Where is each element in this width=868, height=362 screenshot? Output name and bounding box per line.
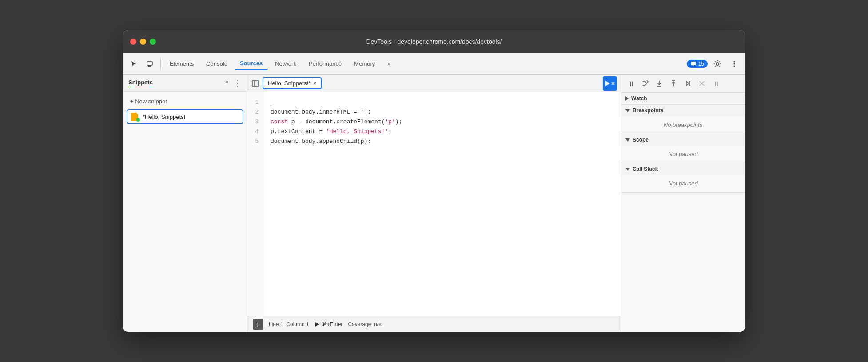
no-breakpoints-text: No breakpoints (664, 122, 702, 128)
breakpoints-header[interactable]: Breakpoints (621, 105, 745, 116)
settings-icon[interactable] (710, 57, 725, 71)
sidebar-toggle-icon[interactable] (249, 77, 262, 90)
new-snippet-button[interactable]: + New snippet (127, 95, 243, 107)
call-stack-body: Not paused (621, 175, 745, 192)
sidebar-content: + New snippet *Hello, Snippets! (123, 92, 247, 128)
titlebar: DevTools - developer.chrome.com/docs/dev… (123, 30, 745, 53)
step-over-button[interactable] (639, 77, 651, 90)
svg-point-5 (734, 65, 735, 67)
watch-expand-icon (625, 96, 629, 101)
tab-performance[interactable]: Performance (303, 58, 347, 70)
code-line-2: document.body.innerHTML = ''; (271, 107, 613, 117)
scope-header[interactable]: Scope (621, 134, 745, 146)
toolbar-separator (160, 59, 161, 69)
main-toolbar: Elements Console Sources Network Perform… (123, 53, 745, 75)
maximize-button[interactable] (150, 39, 156, 45)
line-numbers: 1 2 3 4 5 (247, 92, 263, 316)
call-stack-label: Call Stack (633, 166, 658, 172)
scope-section: Scope Not paused (621, 134, 745, 163)
breakpoints-label: Breakpoints (633, 107, 663, 114)
tab-memory[interactable]: Memory (349, 58, 380, 70)
editor-tab-label: Hello, Snippets!* (268, 80, 311, 87)
svg-point-3 (734, 61, 735, 62)
run-shortcut[interactable]: ⌘+Enter (315, 321, 343, 327)
sidebar-header-icons: » ⋮ (225, 78, 242, 88)
deactivate-breakpoints-button[interactable] (696, 77, 708, 90)
svg-rect-0 (147, 62, 152, 65)
debug-toolbar: ⏸ (621, 75, 745, 93)
editor-tab-close-icon[interactable]: × (313, 80, 316, 87)
main-content: Snippets » ⋮ + New snippet *Hello, Snipp… (123, 75, 745, 332)
pause-button[interactable]: ⏸ (625, 77, 637, 90)
tab-sources[interactable]: Sources (235, 57, 268, 70)
sidebar-title: Snippets (128, 79, 153, 87)
editor-area: Hello, Snippets!* × 1 (247, 75, 621, 332)
editor-tabs: Hello, Snippets!* × (247, 75, 621, 92)
new-snippet-label: + New snippet (130, 98, 167, 105)
svg-rect-1 (148, 66, 151, 67)
code-line-5: document.body.appendChild(p); (271, 137, 613, 146)
code-line-1 (271, 98, 613, 107)
run-shortcut-label: ⌘+Enter (322, 321, 343, 327)
watch-section: Watch (621, 93, 745, 105)
device-toolbar-icon[interactable] (143, 57, 157, 71)
chat-icon (690, 61, 697, 67)
pause-on-exception-button[interactable]: ⏸ (710, 77, 722, 90)
tab-console[interactable]: Console (201, 58, 233, 70)
window-title: DevTools - developer.chrome.com/docs/dev… (366, 38, 502, 45)
code-line-3: const p = document.createElement('p'); (271, 117, 613, 127)
tab-elements[interactable]: Elements (164, 58, 199, 70)
watch-header[interactable]: Watch (621, 93, 745, 104)
code-content[interactable]: document.body.innerHTML = ''; const p = … (263, 92, 621, 316)
svg-rect-6 (252, 81, 259, 86)
snippet-file-icon (131, 113, 139, 121)
traffic-lights (130, 39, 156, 45)
more-options-icon[interactable] (727, 57, 741, 71)
call-stack-section: Call Stack Not paused (621, 163, 745, 193)
editor-tab-hello-snippets[interactable]: Hello, Snippets!* × (263, 77, 322, 89)
toolbar-right: 15 (687, 57, 741, 71)
cursor-tool-icon[interactable] (127, 57, 141, 71)
step-button[interactable] (681, 77, 694, 90)
right-panel: ⏸ (621, 75, 745, 332)
call-stack-header[interactable]: Call Stack (621, 163, 745, 175)
breakpoints-body: No breakpoints (621, 116, 745, 134)
sidebar: Snippets » ⋮ + New snippet *Hello, Snipp… (123, 75, 247, 332)
run-icon (605, 80, 610, 87)
notification-badge[interactable]: 15 (687, 60, 708, 68)
cursor (271, 99, 271, 106)
code-line-4: p.textContent = 'Hello, Snippets!'; (271, 127, 613, 137)
scope-expand-icon (625, 138, 630, 142)
scope-label: Scope (633, 137, 649, 143)
minimize-button[interactable] (140, 39, 146, 45)
coverage-label: Coverage: n/a (348, 321, 381, 327)
sidebar-more-icon[interactable]: » (225, 78, 228, 88)
watch-label: Watch (631, 95, 647, 102)
step-out-button[interactable] (667, 77, 680, 90)
format-button[interactable]: {} (253, 319, 263, 330)
run-snippet-button[interactable] (603, 76, 617, 90)
tab-more[interactable]: » (382, 58, 396, 70)
tab-network[interactable]: Network (270, 58, 302, 70)
editor-statusbar: {} Line 1, Column 1 ⌘+Enter Coverage: n/… (247, 316, 621, 332)
sidebar-header: Snippets » ⋮ (123, 75, 247, 92)
call-stack-status: Not paused (668, 180, 698, 187)
stop-icon (611, 81, 615, 86)
scope-status: Not paused (668, 151, 698, 157)
scope-body: Not paused (621, 146, 745, 163)
cursor-position: Line 1, Column 1 (269, 321, 309, 327)
snippet-item[interactable]: *Hello, Snippets! (127, 109, 243, 124)
notification-count: 15 (698, 61, 704, 67)
svg-point-4 (734, 63, 735, 64)
snippet-name: *Hello, Snippets! (143, 114, 185, 120)
sidebar-menu-icon[interactable]: ⋮ (234, 78, 242, 88)
call-stack-expand-icon (625, 168, 630, 171)
close-button[interactable] (130, 39, 136, 45)
svg-point-2 (716, 63, 719, 65)
breakpoints-section: Breakpoints No breakpoints (621, 105, 745, 134)
breakpoints-expand-icon (625, 109, 630, 112)
step-into-button[interactable] (653, 77, 665, 90)
run-triangle-icon (315, 322, 319, 327)
code-editor[interactable]: 1 2 3 4 5 document.body.innerHTML = ''; … (247, 92, 621, 316)
